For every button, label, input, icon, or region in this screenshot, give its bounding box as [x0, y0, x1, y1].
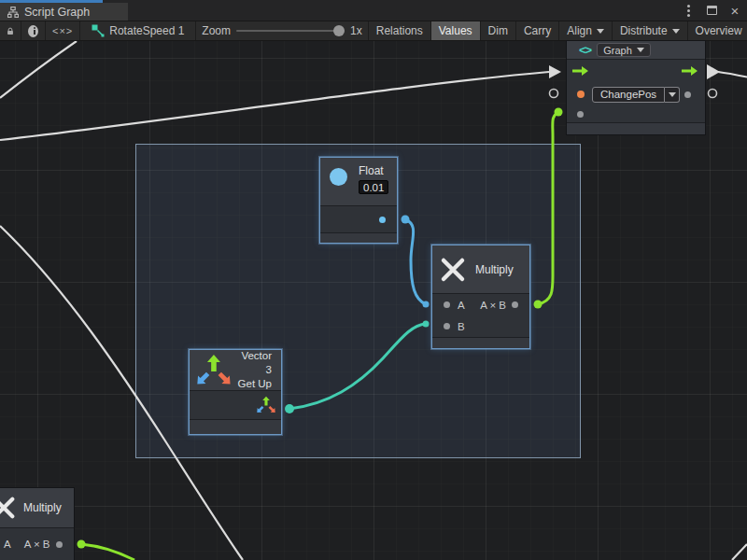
graph-hierarchy-icon	[7, 7, 19, 18]
button-distribute[interactable]: Distribute	[613, 21, 688, 40]
maximize-button[interactable]	[703, 2, 720, 19]
wire-green-bottom[interactable]	[81, 544, 134, 560]
float-value-input[interactable]: 0.01	[359, 180, 388, 194]
wire-green-multiply-to-graph[interactable]	[538, 112, 558, 304]
wire-end-dot	[534, 301, 543, 309]
input-port-b[interactable]	[444, 323, 450, 329]
node-title: Get Up	[233, 377, 272, 391]
float-output-port[interactable]	[379, 217, 386, 223]
output-row	[190, 391, 281, 419]
string-port[interactable]	[577, 91, 585, 98]
node-header: <> Graph	[567, 41, 705, 60]
breadcrumb-rotatespeed[interactable]: RotateSpeed 1	[80, 21, 196, 40]
output-label: A × B	[24, 539, 50, 550]
wire-white-into-graph-node[interactable]	[0, 72, 549, 140]
info-button[interactable]	[21, 21, 46, 40]
unity-script-graph-window: Script Graph × <×> RotateSpe	[0, 0, 747, 560]
node-float[interactable]: Float 0.01	[319, 157, 398, 244]
wire-arrowhead-icon	[549, 65, 561, 78]
wire-end-dot	[402, 216, 410, 224]
multiply-x-icon	[440, 257, 466, 283]
graph-selector-dropdown[interactable]: Graph	[597, 43, 651, 57]
wire-teal-getup-to-multiply[interactable]	[289, 324, 426, 409]
tab-title: Script Graph	[24, 6, 90, 19]
graph-output-arrow-icon	[707, 64, 720, 79]
close-button[interactable]: ×	[726, 2, 743, 19]
window-menu-button[interactable]	[680, 2, 697, 19]
flow-input-arrow-icon[interactable]	[572, 65, 588, 77]
script-machine-icon	[92, 24, 105, 37]
input-port-a[interactable]	[444, 301, 450, 308]
button-overview[interactable]: Overview	[688, 21, 747, 40]
output-port[interactable]	[56, 541, 63, 548]
output-row	[320, 206, 397, 232]
port-row-a: A A × B	[0, 528, 74, 560]
chevron-down-icon	[672, 29, 680, 34]
multiply-x-icon	[0, 496, 16, 520]
wire-end-dot	[285, 404, 294, 413]
node-graph-event[interactable]: <> Graph ChangePos	[566, 40, 706, 135]
extra-port-row	[567, 106, 705, 122]
wire-end-dot	[423, 321, 430, 328]
node-vector3-get-up[interactable]: Vector 3 Get Up	[189, 349, 282, 435]
zoom-slider-handle[interactable]	[333, 25, 345, 36]
wire-end-dot	[78, 540, 86, 549]
vector3-axes-icon	[195, 354, 233, 387]
button-align[interactable]: Align	[559, 21, 613, 40]
lock-button[interactable]	[0, 21, 21, 40]
flow-output-arrow-icon[interactable]	[682, 65, 698, 77]
zoom-label: Zoom	[202, 24, 231, 37]
lock-icon	[7, 25, 14, 37]
output-port[interactable]	[512, 301, 518, 308]
output-label: A × B	[480, 300, 506, 311]
node-footer	[567, 122, 705, 134]
port-label: A	[4, 539, 11, 550]
button-carry[interactable]: Carry	[516, 21, 559, 40]
code-icon: <>	[579, 43, 591, 57]
tab-script-graph[interactable]: Script Graph	[0, 3, 128, 21]
node-footer	[190, 419, 281, 434]
wire-end-dot	[555, 108, 563, 117]
event-value-row: ChangePos	[567, 82, 705, 106]
node-header: Float 0.01	[320, 158, 397, 206]
node-multiply[interactable]: Multiply A A × B B	[431, 245, 530, 349]
port-row-a: A A × B	[432, 294, 529, 315]
code-view-button[interactable]: <×>	[46, 21, 80, 40]
event-name-dropdown[interactable]: ChangePos	[592, 87, 680, 103]
port-label: A	[458, 300, 465, 311]
breadcrumb-label: RotateSpeed 1	[109, 24, 184, 37]
output-port[interactable]	[684, 91, 691, 98]
wire-white-graph-output[interactable]	[718, 72, 747, 77]
graph-toolbar: <×> RotateSpeed 1 Zoom 1x Relations Valu…	[0, 21, 747, 41]
wire-blue-float-to-multiply[interactable]	[405, 219, 426, 304]
node-title: Float	[359, 164, 384, 177]
wire-end-dot	[423, 301, 430, 308]
title-bar: Script Graph ×	[0, 0, 747, 21]
zoom-value: 1x	[350, 24, 362, 37]
code-badge-icon: <×>	[52, 25, 73, 36]
info-icon	[28, 25, 38, 37]
node-type-label: Vector 3	[233, 349, 272, 377]
hollow-port-right[interactable]	[709, 90, 717, 98]
node-header: Multiply	[0, 488, 74, 528]
vector3-output-port-icon[interactable]	[256, 396, 276, 414]
chevron-down-icon	[637, 48, 644, 52]
node-footer	[432, 337, 529, 348]
hollow-port-left[interactable]	[550, 90, 558, 98]
wire-white-top-left[interactable]	[0, 41, 77, 98]
port-label: B	[458, 321, 465, 332]
close-icon: ×	[731, 4, 740, 18]
zoom-slider[interactable]	[236, 30, 345, 32]
wire-white-bottom-right[interactable]	[732, 544, 747, 560]
node-header: Vector 3 Get Up	[190, 350, 281, 391]
button-values[interactable]: Values	[431, 21, 481, 40]
node-multiply-partial[interactable]: Multiply A A × B	[0, 487, 75, 560]
node-header: Multiply	[432, 245, 529, 294]
input-port[interactable]	[577, 111, 584, 118]
graph-canvas[interactable]: <> Graph ChangePos	[0, 41, 747, 560]
chevron-down-icon	[669, 92, 676, 97]
button-relations[interactable]: Relations	[369, 21, 431, 40]
vertical-dots-icon	[687, 9, 690, 12]
button-dim[interactable]: Dim	[481, 21, 516, 40]
float-type-icon	[330, 168, 347, 186]
